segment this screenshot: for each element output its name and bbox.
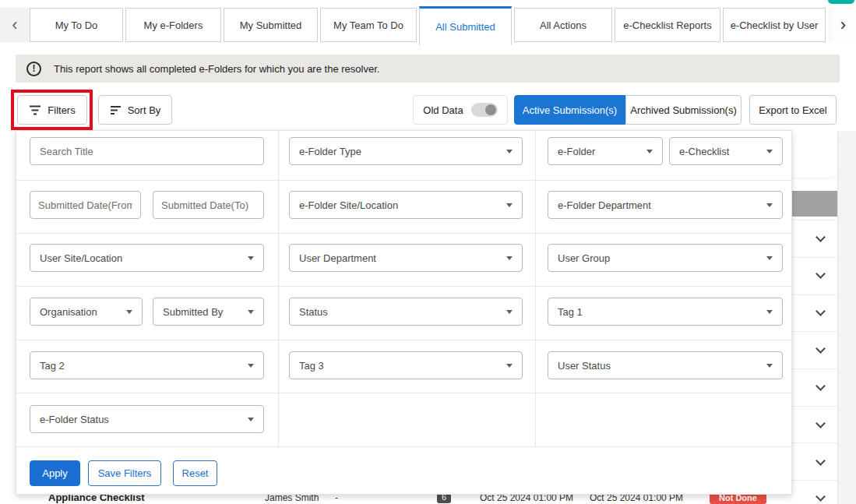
divider [16,180,791,181]
divider [16,393,791,393]
divider [16,340,791,340]
save-filters-button[interactable]: Save Filters [88,460,161,486]
efolder-department-dropdown[interactable]: e-Folder Department [548,191,783,219]
divider [792,220,837,220]
submitted-date-to-input[interactable] [153,191,264,219]
user-group-label: User Group [558,252,616,264]
info-icon: ! [26,62,41,76]
efolder-site-location-label: e-Folder Site/Location [299,199,404,211]
tag-2-dropdown[interactable]: Tag 2 [30,351,264,379]
divider [278,131,279,446]
tag-1-dropdown[interactable]: Tag 1 [548,298,783,326]
row-expand-chevron-down-icon[interactable] [815,492,826,502]
chevron-down-icon [248,418,254,421]
chevron-down-icon [506,150,513,153]
chevron-down-icon [126,310,132,314]
export-to-excel-button[interactable]: Export to Excel [749,95,837,125]
search-title-input[interactable] [30,137,264,165]
user-site-location-label: User Site/Location [40,252,129,264]
chevron-down-icon [766,364,773,368]
old-data-group: Old Data [413,95,508,125]
chevron-down-icon [766,310,773,314]
efolder-status-label: e-Folder Status [40,414,115,425]
tab-my-team-to-do[interactable]: My Team To Do [320,8,417,42]
sort-icon [110,105,122,115]
tab-all-submitted[interactable]: All Submitted [419,6,512,45]
tag-2-label: Tag 2 [40,360,71,372]
divider [792,442,837,443]
chevron-down-icon [766,203,773,207]
efolder-type-dropdown[interactable]: e-Folder Type [289,137,523,165]
tab-my-to-do[interactable]: My To Do [30,8,123,42]
tab-my-submitted[interactable]: My Submitted [224,8,318,42]
user-site-location-dropdown[interactable]: User Site/Location [30,244,264,272]
sort-by-button[interactable]: Sort By [98,95,172,125]
info-banner: ! This report shows all completed e-Fold… [16,55,840,83]
user-department-dropdown[interactable]: User Department [289,244,523,272]
tab-my-e-folders[interactable]: My e-Folders [125,8,221,42]
tab-e-checklist-by-user[interactable]: e-Checklist by User [723,8,826,42]
reset-button[interactable]: Reset [173,460,217,486]
user-status-dropdown[interactable]: User Status [548,351,783,379]
user-group-dropdown[interactable]: User Group [548,244,783,272]
divider [792,368,837,369]
divider [792,257,837,258]
row-expand-chevron-down-icon[interactable] [815,306,826,316]
partial-teal-button[interactable] [828,0,854,4]
efolder-type-label: e-Folder Type [299,146,368,157]
chevron-right-icon[interactable]: › [830,8,856,42]
chevron-down-icon [506,203,513,207]
submitted-by-dropdown[interactable]: Submitted By [153,298,264,326]
divider [792,294,837,295]
divider [837,131,838,504]
divider [16,446,791,447]
efolder-label: e-Folder [558,146,601,157]
user-department-label: User Department [299,252,382,264]
submitted-date-from-input[interactable] [30,191,141,219]
toggle-knob [485,104,496,115]
efolder-department-label: e-Folder Department [558,199,657,211]
row-expand-chevron-down-icon[interactable] [815,456,826,466]
chevron-down-icon [248,364,254,368]
active-submissions-button[interactable]: Active Submission(s) [514,95,625,125]
divider [792,406,837,407]
organisation-label: Organisation [40,306,104,318]
apply-button[interactable]: Apply [30,460,80,486]
efolder-dropdown[interactable]: e-Folder [548,137,663,165]
chevron-down-icon [248,310,254,314]
echecklist-dropdown[interactable]: e-Checklist [669,137,783,165]
table-row-stub [792,137,837,178]
chevron-down-icon [646,150,653,153]
user-status-label: User Status [558,360,617,372]
tab-all-actions[interactable]: All Actions [514,8,612,42]
submitted-by-label: Submitted By [163,306,229,318]
divider [792,480,837,481]
divider [16,233,791,234]
tab-e-checklist-reports[interactable]: e-Checklist Reports [615,8,720,42]
row-expand-chevron-down-icon[interactable] [815,381,826,391]
efolder-site-location-dropdown[interactable]: e-Folder Site/Location [289,191,523,219]
divider [792,331,837,332]
tag-3-label: Tag 3 [299,360,330,372]
status-dropdown[interactable]: Status [289,298,523,326]
row-expand-chevron-down-icon[interactable] [815,418,826,428]
tag-3-dropdown[interactable]: Tag 3 [289,351,523,379]
row-expand-chevron-down-icon[interactable] [815,269,826,279]
row-expand-chevron-down-icon[interactable] [815,232,826,242]
archived-submissions-button[interactable]: Archived Submission(s) [625,95,742,125]
chevron-left-icon[interactable]: ‹ [0,8,30,42]
sort-by-button-label: Sort By [128,104,161,116]
tab-bar: ‹ My To Do My e-Folders My Submitted My … [0,6,856,45]
filters-button[interactable]: Filters [17,95,87,125]
info-banner-text: This report shows all completed e-Folder… [54,63,379,75]
filter-icon [29,105,41,115]
tag-1-label: Tag 1 [558,306,589,318]
chevron-down-icon [506,310,513,314]
row-expand-chevron-down-icon[interactable] [815,344,826,354]
old-data-toggle[interactable] [471,103,498,117]
chevron-down-icon [766,150,773,153]
organisation-dropdown[interactable]: Organisation [30,298,143,326]
filters-panel: e-Folder Type e-Folder e-Checklist e-Fol… [16,130,792,495]
efolder-status-dropdown[interactable]: e-Folder Status [30,405,264,433]
old-data-label: Old Data [423,104,463,116]
